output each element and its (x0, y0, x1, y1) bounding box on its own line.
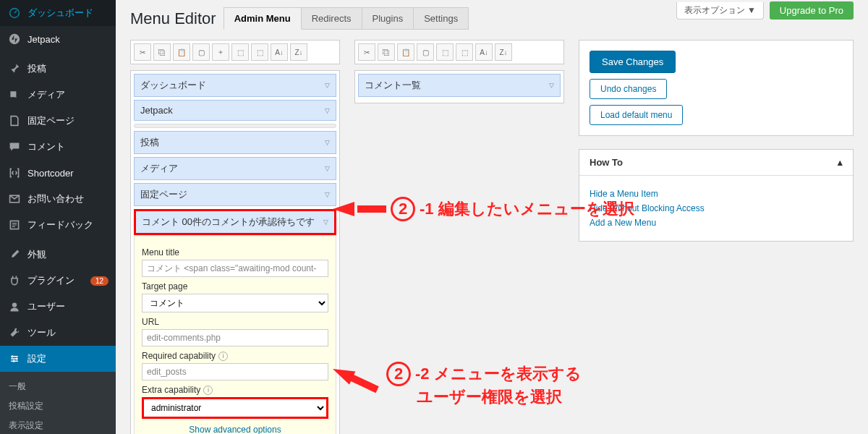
menu-item-label: 固定ページ (140, 188, 187, 201)
menu-separator[interactable] (134, 124, 336, 128)
sort-asc-button[interactable]: A↓ (271, 43, 288, 61)
chevron-down-icon: ▽ (325, 82, 330, 89)
menu-item-label: ダッシュボード (140, 79, 206, 92)
wp-admin-sidebar: ダッシュボード Jetpack 投稿 メディア 固定ページ コメント Short… (0, 0, 116, 434)
menu-item[interactable]: メディア▽ (134, 157, 336, 180)
sidebar-item-users[interactable]: ユーザー (0, 294, 116, 320)
menu-item-label: コメント 00件のコメントが承認待ちです (142, 216, 315, 229)
required-cap-input[interactable] (142, 363, 328, 380)
howto-link[interactable]: Add a New Menu (590, 218, 843, 228)
user-icon (7, 299, 22, 314)
menu-item[interactable]: ダッシュボード▽ (134, 74, 336, 97)
chevron-down-icon: ▽ (549, 82, 554, 89)
dashboard-icon (7, 6, 22, 20)
delete-button[interactable]: ⬚ (251, 43, 268, 61)
feedback-icon (7, 218, 22, 232)
advanced-options-link[interactable]: Show advanced options (142, 425, 328, 434)
howto-box: How To▴ Hide a Menu Item Hide Without Bl… (579, 149, 854, 242)
menu-item[interactable]: Jetpack▽ (134, 100, 336, 121)
menu-item-label: コメント一覧 (365, 79, 421, 92)
howto-link[interactable]: Hide Without Blocking Access (590, 203, 843, 213)
sidebar-item-feedback[interactable]: フィードバック (0, 212, 116, 238)
sidebar-label: ダッシュボード (27, 7, 109, 20)
copy-button[interactable]: ⿻ (153, 43, 171, 61)
paste-button[interactable]: 📋 (173, 43, 190, 61)
sidebar-label: お問い合わせ (27, 192, 109, 205)
sidebar-item-settings[interactable]: 設定 (0, 346, 116, 372)
field-label: Required capabilityi (142, 351, 328, 361)
sep-button[interactable]: ⬚ (436, 43, 454, 61)
delete-button[interactable]: ⬚ (456, 43, 473, 61)
save-button[interactable]: Save Changes (590, 51, 676, 73)
sidebar-sub-general[interactable]: 一般 (0, 377, 116, 396)
sep-button[interactable]: ⬚ (231, 43, 249, 61)
menu-item[interactable]: 投稿▽ (134, 131, 336, 154)
plugin-icon (7, 273, 22, 288)
sidebar-label: 外観 (27, 248, 109, 261)
page-title: Menu Editor (130, 9, 216, 28)
sidebar-item-shortcoder[interactable]: Shortcoder (0, 160, 116, 186)
svg-point-1 (9, 34, 20, 44)
chevron-down-icon: ▽ (323, 218, 328, 226)
sidebar-item-appearance[interactable]: 外観 (0, 242, 116, 268)
menu-toolbar-left: ✂ ⿻ 📋 ▢ ＋ ⬚ ⬚ A↓ Z↓ (130, 40, 340, 64)
sidebar-item-posts[interactable]: 投稿 (0, 56, 116, 82)
field-label: Menu title (142, 247, 328, 258)
tab-admin-menu[interactable]: Admin Menu (224, 7, 302, 30)
howto-link[interactable]: Hide a Menu Item (590, 189, 843, 199)
sidebar-item-dashboard[interactable]: ダッシュボード (0, 0, 116, 26)
new-button[interactable]: ▢ (417, 43, 434, 61)
sidebar-item-jetpack[interactable]: Jetpack (0, 26, 116, 52)
screen-options-toggle[interactable]: 表示オプション ▼ (676, 2, 764, 20)
sidebar-item-plugins[interactable]: プラグイン12 (0, 268, 116, 294)
field-label: Target page (142, 281, 328, 292)
paste-button[interactable]: 📋 (397, 43, 414, 61)
cut-button[interactable]: ✂ (134, 43, 151, 61)
upgrade-button[interactable]: Upgrade to Pro (770, 1, 854, 20)
new-button[interactable]: ▢ (192, 43, 210, 61)
sidebar-item-pages[interactable]: 固定ページ (0, 108, 116, 134)
menu-item-label: メディア (140, 162, 178, 175)
sidebar-item-comments[interactable]: コメント (0, 134, 116, 160)
sort-asc-button[interactable]: A↓ (475, 43, 493, 61)
top-menu-list: ダッシュボード▽ Jetpack▽ 投稿▽ メディア▽ 固定ページ▽ コメント … (130, 70, 340, 434)
tab-redirects[interactable]: Redirects (301, 7, 362, 29)
sidebar-sub-reading[interactable]: 表示設定 (0, 416, 116, 434)
info-icon[interactable]: i (218, 352, 228, 361)
sidebar-label: ユーザー (27, 300, 109, 313)
sort-desc-button[interactable]: Z↓ (290, 43, 307, 61)
jetpack-icon (7, 32, 22, 46)
tab-settings[interactable]: Settings (413, 7, 469, 29)
sidebar-label: 投稿 (27, 62, 109, 75)
extra-cap-select[interactable]: administrator (142, 397, 328, 419)
info-icon[interactable]: i (203, 386, 213, 395)
cut-button[interactable]: ✂ (358, 43, 375, 61)
sidebar-sub-writing[interactable]: 投稿設定 (0, 396, 116, 416)
load-default-button[interactable]: Load default menu (590, 105, 683, 125)
top-level-menu-column: ✂ ⿻ 📋 ▢ ＋ ⬚ ⬚ A↓ Z↓ ダッシュボード▽ Jetpack▽ 投稿… (130, 40, 340, 434)
chevron-down-icon: ▽ (325, 165, 330, 172)
sidebar-label: 設定 (27, 352, 109, 365)
menu-title-input[interactable] (142, 260, 328, 277)
pin-icon (7, 61, 22, 76)
undo-button[interactable]: Undo changes (590, 79, 667, 99)
add-button[interactable]: ＋ (212, 43, 229, 61)
menu-item[interactable]: 固定ページ▽ (134, 183, 336, 206)
page-icon (7, 114, 22, 128)
sidebar-item-media[interactable]: メディア (0, 82, 116, 108)
howto-header[interactable]: How To▴ (579, 150, 853, 176)
url-input[interactable] (142, 329, 328, 346)
chevron-down-icon: ▽ (325, 107, 330, 114)
menu-item-selected[interactable]: コメント 00件のコメントが承認待ちです▽ (134, 209, 336, 235)
sidebar-label: ツール (27, 326, 109, 339)
sort-desc-button[interactable]: Z↓ (495, 43, 512, 61)
sidebar-label: コメント (27, 140, 109, 153)
sidebar-item-tools[interactable]: ツール (0, 320, 116, 346)
menu-item[interactable]: コメント一覧▽ (358, 74, 561, 97)
editor-tabs: Admin Menu Redirects Plugins Settings (224, 7, 469, 30)
tab-plugins[interactable]: Plugins (362, 7, 414, 29)
mail-icon (7, 192, 22, 206)
copy-button[interactable]: ⿻ (378, 43, 395, 61)
sidebar-item-contact[interactable]: お問い合わせ (0, 186, 116, 212)
target-page-select[interactable]: コメント (142, 294, 328, 312)
